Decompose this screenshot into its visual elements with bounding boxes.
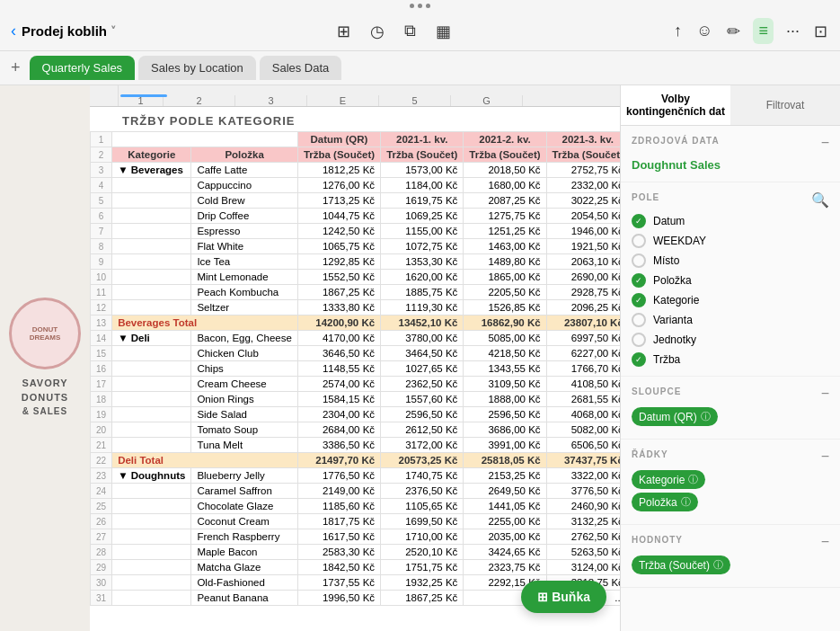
cell-value[interactable]: 1996,50 Kč bbox=[297, 591, 380, 606]
field-checkbox[interactable] bbox=[632, 273, 646, 288]
cell-value[interactable]: 1617,50 Kč bbox=[297, 529, 380, 545]
cell-value[interactable]: 1027,65 Kč bbox=[381, 361, 464, 377]
fab-bunka[interactable]: ⊞ Buňka bbox=[521, 581, 606, 613]
cell-value[interactable]: 23807,10 Kč bbox=[546, 316, 620, 331]
cell-value[interactable]: 3132,25 Kč bbox=[546, 514, 620, 529]
cell-value[interactable]: 1184,00 Kč bbox=[381, 178, 464, 193]
back-button[interactable]: ‹ bbox=[11, 22, 16, 40]
cell-item[interactable]: Seltzer bbox=[191, 300, 298, 316]
rows-tag-kategorie-info[interactable]: ⓘ bbox=[688, 473, 698, 486]
cell-value[interactable]: 3646,50 Kč bbox=[297, 346, 380, 361]
cell-item[interactable]: Tomato Soup bbox=[191, 422, 298, 438]
field-item[interactable]: Místo bbox=[632, 253, 829, 268]
cell-category[interactable] bbox=[112, 285, 191, 300]
more-button[interactable]: ··· bbox=[784, 20, 801, 42]
cell-category[interactable] bbox=[112, 499, 191, 514]
cell-value[interactable]: 4068,00 Kč bbox=[546, 407, 620, 422]
field-item[interactable]: Položka bbox=[632, 273, 829, 288]
cell-item[interactable]: Matcha Glaze bbox=[191, 560, 298, 575]
cell-value[interactable]: 1441,05 Kč bbox=[464, 499, 546, 514]
field-item[interactable]: Kategorie bbox=[632, 293, 829, 307]
cell-value[interactable]: 3386,50 Kč bbox=[297, 438, 380, 453]
cell-category[interactable] bbox=[112, 300, 191, 316]
source-data-action[interactable]: − bbox=[821, 135, 829, 151]
cell-value[interactable]: 1333,80 Kč bbox=[297, 300, 380, 316]
cell-category[interactable] bbox=[112, 377, 191, 392]
cell-value[interactable]: 4170,00 Kč bbox=[297, 331, 380, 346]
cell-item[interactable]: Cold Brew bbox=[191, 193, 298, 209]
cell-value[interactable]: 2362,50 Kč bbox=[381, 377, 464, 392]
cell-value[interactable]: 1751,75 Kč bbox=[381, 560, 464, 575]
cell-value[interactable]: 1119,30 Kč bbox=[381, 300, 464, 316]
cell-value[interactable]: 2149,00 Kč bbox=[297, 484, 380, 499]
field-checkbox[interactable] bbox=[632, 313, 646, 327]
cell-value[interactable]: 2612,50 Kč bbox=[381, 422, 464, 438]
cell-item[interactable]: Tuna Melt bbox=[191, 438, 298, 453]
field-checkbox[interactable] bbox=[632, 253, 646, 268]
cell-value[interactable]: 3991,00 Kč bbox=[464, 438, 546, 453]
cell-category[interactable] bbox=[112, 575, 191, 591]
cell-value[interactable]: 2018,50 Kč bbox=[464, 163, 546, 178]
cell-value[interactable]: 1251,25 Kč bbox=[464, 224, 546, 239]
cell-item[interactable]: Chips bbox=[191, 361, 298, 377]
field-checkbox[interactable] bbox=[632, 234, 646, 248]
tab-sales-by-location[interactable]: Sales by Location bbox=[138, 56, 256, 80]
brush-button[interactable]: ✏ bbox=[725, 20, 742, 43]
cell-value[interactable]: 1292,85 Kč bbox=[297, 254, 380, 270]
cell-category[interactable] bbox=[112, 407, 191, 422]
cell-item[interactable]: Chocolate Glaze bbox=[191, 499, 298, 514]
cell-value[interactable]: 1812,25 Kč bbox=[297, 163, 380, 178]
cell-item[interactable]: Maple Bacon bbox=[191, 545, 298, 560]
cell-value[interactable]: 20573,25 Kč bbox=[381, 453, 464, 468]
cell-item[interactable]: Chicken Club bbox=[191, 346, 298, 361]
grid-button[interactable]: ⊡ bbox=[812, 20, 829, 43]
cell-item[interactable]: Cream Cheese bbox=[191, 377, 298, 392]
cell-value[interactable]: 1148,55 Kč bbox=[297, 361, 380, 377]
cell-value[interactable]: 1921,50 Kč bbox=[546, 239, 620, 254]
cell-value[interactable]: 2035,00 Kč bbox=[464, 529, 546, 545]
cell-item[interactable]: Blueberry Jelly bbox=[191, 468, 298, 484]
cell-value[interactable]: 2596,50 Kč bbox=[381, 407, 464, 422]
sheet-scroll[interactable]: 1 Datum (QR) 2021-1. kv. 2021-2. kv. 202… bbox=[90, 131, 620, 631]
cell-value[interactable]: 1865,00 Kč bbox=[464, 270, 546, 285]
cell-category[interactable] bbox=[112, 224, 191, 239]
field-item[interactable]: Datum bbox=[632, 214, 829, 228]
cell-value[interactable]: 37437,75 Kč bbox=[546, 453, 620, 468]
cell-value[interactable]: 2596,50 Kč bbox=[464, 407, 546, 422]
cell-value[interactable]: 1044,75 Kč bbox=[297, 209, 380, 224]
cell-value[interactable]: 1069,25 Kč bbox=[381, 209, 464, 224]
cell-value[interactable]: 5082,00 Kč bbox=[546, 422, 620, 438]
columns-tag-info-icon[interactable]: ⓘ bbox=[701, 410, 711, 423]
cell-value[interactable]: 4108,50 Kč bbox=[546, 377, 620, 392]
cell-value[interactable]: 3322,00 Kč bbox=[546, 468, 620, 484]
field-item[interactable]: Varianta bbox=[632, 313, 829, 327]
cell-value[interactable]: 2681,55 Kč bbox=[546, 392, 620, 407]
cell-category[interactable]: ▼ Beverages bbox=[112, 163, 191, 178]
values-action[interactable]: − bbox=[821, 534, 829, 550]
cell-category[interactable] bbox=[112, 193, 191, 209]
cell-value[interactable]: 2096,25 Kč bbox=[546, 300, 620, 316]
cell-value[interactable]: 2153,25 Kč bbox=[464, 468, 546, 484]
rows-action[interactable]: − bbox=[821, 449, 829, 465]
cell-value[interactable]: 1680,00 Kč bbox=[464, 178, 546, 193]
cell-value[interactable]: 1463,00 Kč bbox=[464, 239, 546, 254]
cell-category[interactable]: Deli Total bbox=[112, 453, 298, 468]
cell-value[interactable]: 1740,75 Kč bbox=[381, 468, 464, 484]
source-data-button[interactable]: Doughnut Sales bbox=[632, 158, 721, 172]
cell-value[interactable]: 1619,75 Kč bbox=[381, 193, 464, 209]
cell-category[interactable] bbox=[112, 392, 191, 407]
cell-value[interactable]: 1620,00 Kč bbox=[381, 270, 464, 285]
layers-button[interactable]: ⧉ bbox=[402, 20, 418, 42]
rows-tag-kategorie[interactable]: Kategorie ⓘ bbox=[632, 470, 705, 489]
cell-value[interactable]: 1867,25 Kč bbox=[297, 285, 380, 300]
cell-value[interactable]: 1946,00 Kč bbox=[546, 224, 620, 239]
cell-value[interactable]: 1713,25 Kč bbox=[297, 193, 380, 209]
cell-item[interactable]: Peanut Banana bbox=[191, 591, 298, 606]
cell-value[interactable]: 1932,25 Kč bbox=[381, 575, 464, 591]
cell-value[interactable]: 2087,25 Kč bbox=[464, 193, 546, 209]
cell-category[interactable] bbox=[112, 254, 191, 270]
cell-value[interactable]: 21497,70 Kč bbox=[297, 453, 380, 468]
cell-value[interactable]: 3172,00 Kč bbox=[381, 438, 464, 453]
cell-value[interactable]: 16862,90 Kč bbox=[464, 316, 546, 331]
cell-value[interactable]: 1242,50 Kč bbox=[297, 224, 380, 239]
